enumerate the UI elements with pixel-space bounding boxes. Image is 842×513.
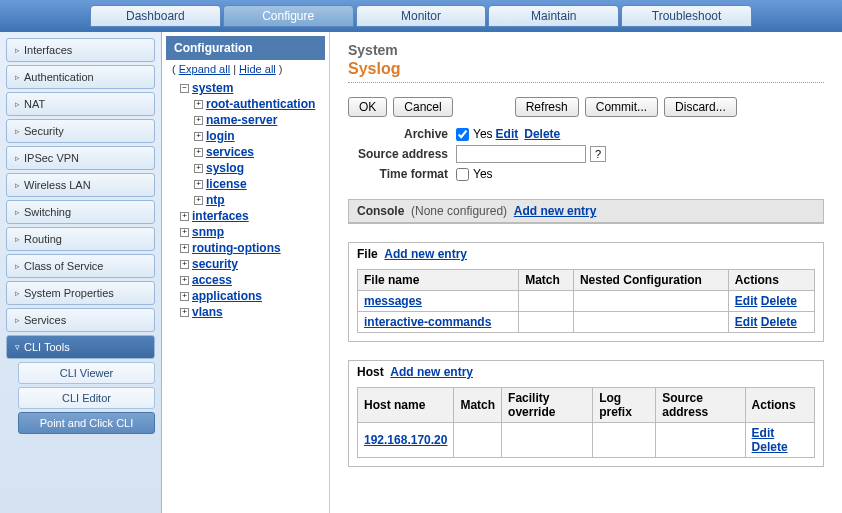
tab-monitor[interactable]: Monitor xyxy=(356,5,487,27)
sidebar-item-ipsec-vpn[interactable]: IPSec VPN xyxy=(6,146,155,170)
expand-icon[interactable]: + xyxy=(180,228,189,237)
tree-link-root-authentication[interactable]: root-authentication xyxy=(206,97,315,111)
tab-troubleshoot[interactable]: Troubleshoot xyxy=(621,5,752,27)
sub-cli-editor[interactable]: CLI Editor xyxy=(18,387,155,409)
expand-icon[interactable]: + xyxy=(180,212,189,221)
console-add-link[interactable]: Add new entry xyxy=(514,204,597,218)
tree-link-name-server[interactable]: name-server xyxy=(206,113,277,127)
tree-link-interfaces[interactable]: interfaces xyxy=(192,209,249,223)
console-title: Console xyxy=(357,204,404,218)
tree-node-interfaces[interactable]: +interfaces xyxy=(180,208,325,224)
tree-link-routing-options[interactable]: routing-options xyxy=(192,241,281,255)
file-row-edit[interactable]: Edit xyxy=(735,315,758,329)
tree-link-applications[interactable]: applications xyxy=(192,289,262,303)
tree-link-system[interactable]: system xyxy=(192,81,233,95)
host-row-delete[interactable]: Delete xyxy=(752,440,788,454)
host-row-name[interactable]: 192.168.170.20 xyxy=(364,433,447,447)
sidebar-item-nat[interactable]: NAT xyxy=(6,92,155,116)
expand-icon[interactable]: + xyxy=(180,276,189,285)
sidebar-item-security[interactable]: Security xyxy=(6,119,155,143)
tree-link-services[interactable]: services xyxy=(206,145,254,159)
collapse-icon[interactable]: − xyxy=(180,84,189,93)
sidebar-item-system-properties[interactable]: System Properties xyxy=(6,281,155,305)
ok-button[interactable]: OK xyxy=(348,97,387,117)
host-row-prefix xyxy=(593,423,656,458)
archive-edit-link[interactable]: Edit xyxy=(496,127,519,141)
expand-icon[interactable]: + xyxy=(194,180,203,189)
expand-icon[interactable]: + xyxy=(194,196,203,205)
file-col-nested: Nested Configuration xyxy=(573,270,728,291)
tree-link-vlans[interactable]: vlans xyxy=(192,305,223,319)
file-row-name[interactable]: messages xyxy=(364,294,422,308)
archive-checkbox[interactable] xyxy=(456,128,469,141)
file-add-link[interactable]: Add new entry xyxy=(384,247,467,261)
tab-dashboard[interactable]: Dashboard xyxy=(90,5,221,27)
sidebar-item-services[interactable]: Services xyxy=(6,308,155,332)
tree-node-snmp[interactable]: +snmp xyxy=(180,224,325,240)
file-row-delete[interactable]: Delete xyxy=(761,294,797,308)
tree-link-license[interactable]: license xyxy=(206,177,247,191)
sidebar-item-authentication[interactable]: Authentication xyxy=(6,65,155,89)
tab-configure[interactable]: Configure xyxy=(223,5,354,27)
file-row-delete[interactable]: Delete xyxy=(761,315,797,329)
tab-maintain[interactable]: Maintain xyxy=(488,5,619,27)
cancel-button[interactable]: Cancel xyxy=(393,97,452,117)
sub-point-and-click-cli[interactable]: Point and Click CLI xyxy=(18,412,155,434)
tree-node-applications[interactable]: +applications xyxy=(180,288,325,304)
tree-node-vlans[interactable]: +vlans xyxy=(180,304,325,320)
commit-button[interactable]: Commit... xyxy=(585,97,658,117)
help-icon[interactable]: ? xyxy=(590,146,606,162)
tree-link-login[interactable]: login xyxy=(206,129,235,143)
file-row-edit[interactable]: Edit xyxy=(735,294,758,308)
host-col-actions: Actions xyxy=(745,388,814,423)
expand-icon[interactable]: + xyxy=(180,244,189,253)
tree-node-root-authentication[interactable]: +root-authentication xyxy=(194,96,325,112)
expand-all-link[interactable]: Expand all xyxy=(179,63,230,75)
tree-node-name-server[interactable]: +name-server xyxy=(194,112,325,128)
console-note: (None configured) xyxy=(411,204,507,218)
host-row-facility xyxy=(502,423,593,458)
tree-node-syslog[interactable]: +syslog xyxy=(194,160,325,176)
tree-node-login[interactable]: +login xyxy=(194,128,325,144)
tree-link-syslog[interactable]: syslog xyxy=(206,161,244,175)
expand-icon[interactable]: + xyxy=(194,100,203,109)
sidebar-item-switching[interactable]: Switching xyxy=(6,200,155,224)
tree-node-routing-options[interactable]: +routing-options xyxy=(180,240,325,256)
sidebar-item-class-of-service[interactable]: Class of Service xyxy=(6,254,155,278)
file-section: File Add new entry File name Match Neste… xyxy=(348,242,824,342)
expand-icon[interactable]: + xyxy=(194,116,203,125)
sub-cli-viewer[interactable]: CLI Viewer xyxy=(18,362,155,384)
expand-icon[interactable]: + xyxy=(180,308,189,317)
host-row-edit[interactable]: Edit xyxy=(752,426,775,440)
hide-all-link[interactable]: Hide all xyxy=(239,63,276,75)
expand-icon[interactable]: + xyxy=(180,260,189,269)
time-format-checkbox[interactable] xyxy=(456,168,469,181)
tree-node-ntp[interactable]: +ntp xyxy=(194,192,325,208)
discard-button[interactable]: Discard... xyxy=(664,97,737,117)
tree-node-system[interactable]: − system xyxy=(180,80,325,96)
sidebar-item-interfaces[interactable]: Interfaces xyxy=(6,38,155,62)
sidebar-item-routing[interactable]: Routing xyxy=(6,227,155,251)
tree-link-snmp[interactable]: snmp xyxy=(192,225,224,239)
source-address-input[interactable] xyxy=(456,145,586,163)
tree-node-services[interactable]: +services xyxy=(194,144,325,160)
sidebar-item-wireless-lan[interactable]: Wireless LAN xyxy=(6,173,155,197)
tree-link-ntp[interactable]: ntp xyxy=(206,193,225,207)
left-sidebar: Interfaces Authentication NAT Security I… xyxy=(0,32,162,513)
breadcrumb: System xyxy=(348,42,824,58)
refresh-button[interactable]: Refresh xyxy=(515,97,579,117)
tree-node-access[interactable]: +access xyxy=(180,272,325,288)
tree-link-access[interactable]: access xyxy=(192,273,232,287)
tree-node-security[interactable]: +security xyxy=(180,256,325,272)
expand-icon[interactable]: + xyxy=(194,164,203,173)
file-row-name[interactable]: interactive-commands xyxy=(364,315,491,329)
expand-icon[interactable]: + xyxy=(194,132,203,141)
host-add-link[interactable]: Add new entry xyxy=(390,365,473,379)
tree-link-security[interactable]: security xyxy=(192,257,238,271)
sidebar-item-cli-tools[interactable]: CLI Tools xyxy=(6,335,155,359)
archive-delete-link[interactable]: Delete xyxy=(524,127,560,141)
table-row: interactive-commands Edit Delete xyxy=(358,312,815,333)
expand-icon[interactable]: + xyxy=(180,292,189,301)
expand-icon[interactable]: + xyxy=(194,148,203,157)
tree-node-license[interactable]: +license xyxy=(194,176,325,192)
